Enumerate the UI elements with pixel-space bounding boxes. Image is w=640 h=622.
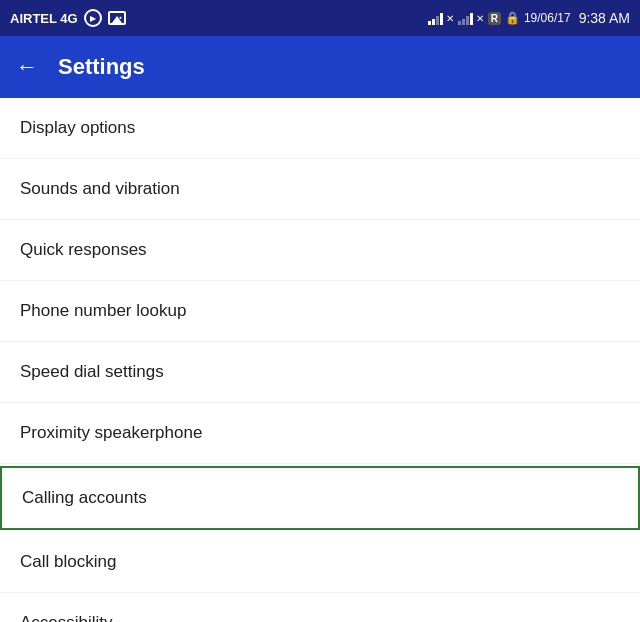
settings-item-label-speed-dial-settings: Speed dial settings: [20, 362, 164, 382]
settings-item-label-call-blocking: Call blocking: [20, 552, 116, 572]
x-mark-2: ✕: [476, 13, 484, 24]
settings-item-label-quick-responses: Quick responses: [20, 240, 147, 260]
settings-item-label-calling-accounts: Calling accounts: [22, 488, 147, 508]
play-icon: ▶: [84, 9, 102, 27]
carrier-label: AIRTEL 4G: [10, 11, 78, 26]
x-mark-1: ✕: [446, 13, 454, 24]
settings-item-speed-dial-settings[interactable]: Speed dial settings: [0, 342, 640, 403]
image-icon: [108, 11, 126, 25]
page-title: Settings: [58, 54, 145, 80]
settings-item-label-display-options: Display options: [20, 118, 135, 138]
settings-item-quick-responses[interactable]: Quick responses: [0, 220, 640, 281]
settings-item-call-blocking[interactable]: Call blocking: [0, 532, 640, 593]
signal-group-2: ✕: [458, 11, 484, 25]
status-bar-left: AIRTEL 4G ▶: [10, 9, 126, 27]
back-button[interactable]: ←: [16, 54, 38, 80]
roaming-badge: R: [488, 12, 501, 25]
settings-item-label-phone-number-lookup: Phone number lookup: [20, 301, 186, 321]
status-bar: AIRTEL 4G ▶ ✕ ✕ R 🔒 19/06/17 9:38 AM: [0, 0, 640, 36]
app-bar: ← Settings: [0, 36, 640, 98]
date-label: 19/06/17: [524, 11, 571, 25]
settings-list: Display optionsSounds and vibrationQuick…: [0, 98, 640, 622]
signal-bars-1: [428, 11, 443, 25]
settings-item-calling-accounts[interactable]: Calling accounts: [0, 466, 640, 530]
signal-group-1: ✕: [428, 11, 454, 25]
settings-item-label-sounds-vibration: Sounds and vibration: [20, 179, 180, 199]
settings-item-accessibility[interactable]: Accessibility: [0, 593, 640, 622]
settings-item-label-proximity-speakerphone: Proximity speakerphone: [20, 423, 202, 443]
lock-icon: 🔒: [505, 11, 520, 25]
settings-item-display-options[interactable]: Display options: [0, 98, 640, 159]
settings-item-label-accessibility: Accessibility: [20, 613, 113, 622]
settings-item-sounds-vibration[interactable]: Sounds and vibration: [0, 159, 640, 220]
status-bar-right: ✕ ✕ R 🔒 19/06/17 9:38 AM: [428, 10, 630, 26]
settings-item-proximity-speakerphone[interactable]: Proximity speakerphone: [0, 403, 640, 464]
signal-bars-2: [458, 11, 473, 25]
settings-item-phone-number-lookup[interactable]: Phone number lookup: [0, 281, 640, 342]
time-label: 9:38 AM: [579, 10, 630, 26]
